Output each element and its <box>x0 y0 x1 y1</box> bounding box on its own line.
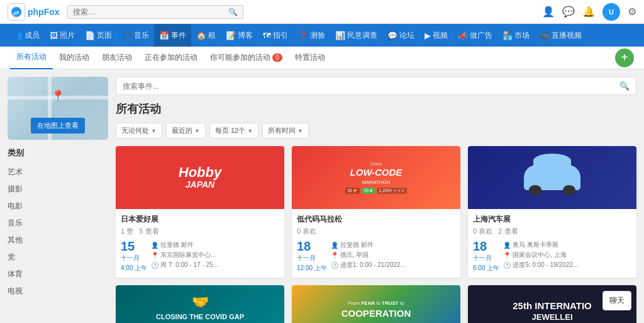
section-title: 所有活动 <box>116 101 636 116</box>
event-card-hobby: HobbyJAPAN 日本爱好展 1 赞 5 查看 15 十一月 4:00 上午 <box>116 146 284 278</box>
event-detail: 👤拉斐德 邮件 📍德庄, 举国 🕐进度1: 0:00 - 21/2022... <box>331 240 406 270</box>
event-info-hobby: 日本爱好展 1 赞 5 查看 15 十一月 4:00 上午 👤拉斐德 邮件 <box>116 209 284 278</box>
search-icon: 🔍 <box>228 8 238 16</box>
suggested-badge: 0 <box>272 54 282 62</box>
cat-photo[interactable]: 摄影 <box>8 181 108 198</box>
event-date-time: 6:00 上午 <box>473 264 499 273</box>
sub-nav: 所有活动 我的活动 朋友活动 正在参加的活动 你可能参加的活动 0 特置活动 + <box>0 47 644 69</box>
nav-advertise[interactable]: 📣做广告 <box>453 24 497 47</box>
event-date-month: 十一月 <box>121 254 147 263</box>
sidebar: 📍 在地图上查看 类别 艺术 摄影 电影 音乐 其他 党 体育 电视 <box>8 77 108 323</box>
event-date-num: 18 <box>297 240 327 252</box>
nav-pages[interactable]: 📄页面 <box>80 24 117 47</box>
nav-quiz[interactable]: ❓测验 <box>293 24 330 47</box>
user-icon[interactable]: 👤 <box>542 6 555 18</box>
subnav-joined-events[interactable]: 正在参加的活动 <box>138 47 204 69</box>
cat-film[interactable]: 电影 <box>8 198 108 215</box>
event-stats: 1 赞 5 查看 <box>121 227 279 236</box>
filter-bar: 无论何处 ▼ 最近的 ▼ 每页 12个 ▼ 所有时间 ▼ <box>116 123 636 139</box>
event-card-covid: 🤝 CLOSING THE COVID GAP Supporting Menta… <box>116 285 284 323</box>
event-date-time: 12:00 上午 <box>297 264 327 273</box>
map-pin: 📍 <box>51 89 65 103</box>
hobby-title-text: HobbyJAPAN <box>179 165 221 190</box>
nav-members[interactable]: 👥成员 <box>8 24 45 47</box>
filter-sort[interactable]: 最近的 ▼ <box>166 123 206 139</box>
subnav-all-events[interactable]: 所有活动 <box>10 47 53 69</box>
car-shape <box>524 165 580 190</box>
subnav-suggested-events[interactable]: 你可能参加的活动 0 <box>204 47 289 69</box>
top-search-bar[interactable]: 🔍 <box>67 5 243 19</box>
event-date-month: 十一月 <box>297 254 327 263</box>
subnav-friend-events[interactable]: 朋友活动 <box>96 47 138 69</box>
event-date-row: 18 十一月 6:00 上午 👤奥马 奥斯卡蒂斯 📍国家会议中心, 上海 🕐进度… <box>473 240 631 273</box>
chevron-down-icon: ▼ <box>297 128 303 134</box>
map-view-button[interactable]: 在地图上查看 <box>31 118 85 133</box>
event-thumb-auto <box>468 146 636 209</box>
cat-sports[interactable]: 体育 <box>8 266 108 283</box>
map-box: 📍 在地图上查看 <box>8 77 108 140</box>
add-event-button[interactable]: + <box>615 48 634 67</box>
nav-photos[interactable]: 🖼照片 <box>45 24 80 47</box>
nav-events[interactable]: 📅事件 <box>154 24 191 47</box>
subnav-featured[interactable]: 特置活动 <box>289 47 331 69</box>
top-bar: pF phpFox 🔍 👤 💬 🔔 U ⚙ <box>0 0 644 24</box>
nav-live[interactable]: 📹直播视频 <box>535 24 587 47</box>
event-title[interactable]: 日本爱好展 <box>121 214 279 225</box>
bell-icon[interactable]: 🔔 <box>582 6 595 18</box>
event-detail: 👤拉斐德 邮件 📍东京国际展览中心... 🕐周 7: 0:00 - 17 - 2… <box>151 240 218 270</box>
cat-tv[interactable]: 电视 <box>8 283 108 300</box>
event-search-bar[interactable]: 🔍 <box>116 77 636 95</box>
nav-poll[interactable]: 📊民意调查 <box>330 24 382 47</box>
logo-text: phpFox <box>28 7 60 17</box>
event-detail: 👤奥马 奥斯卡蒂斯 📍国家会议中心, 上海 🕐进度5: 0:00 - 19/20… <box>503 240 578 270</box>
nav-forum[interactable]: 💬论坛 <box>382 24 419 47</box>
cat-party[interactable]: 党 <box>8 249 108 266</box>
main-nav: 👥成员 🖼照片 📄页面 🎵音乐 📅事件 🏠租 📝博客 🗺指引 ❓测验 📊民意调查… <box>0 24 644 47</box>
event-title[interactable]: 低代码马拉松 <box>297 214 455 225</box>
event-date-time: 4:00 上午 <box>121 264 147 273</box>
event-thumb-lowcode: Orelo LOW-CODE MARATHON 16⚡ 50★ 1,200+ ✓… <box>292 146 460 209</box>
settings-icon[interactable]: ⚙ <box>628 6 636 18</box>
main-content: 🔍 所有活动 无论何处 ▼ 最近的 ▼ 每页 12个 ▼ 所有时间 ▼ <box>116 77 636 323</box>
subnav-my-events[interactable]: 我的活动 <box>53 47 96 69</box>
event-date-row: 18 十一月 12:00 上午 👤拉斐德 邮件 📍德庄, 举国 🕐进度1: 0:… <box>297 240 455 273</box>
chat-button[interactable]: 聊天 <box>602 291 631 310</box>
filter-location[interactable]: 无论何处 ▼ <box>116 123 162 139</box>
event-info-auto: 上海汽车展 0 喜欢 2 查看 18 十一月 6:00 上午 👤奥马 奥斯卡蒂斯 <box>468 209 636 278</box>
logo-icon: pF <box>8 3 25 21</box>
event-date-month: 十一月 <box>473 254 499 263</box>
nav-blog[interactable]: 📝博客 <box>221 24 258 47</box>
category-title: 类别 <box>8 147 108 159</box>
nav-music[interactable]: 🎵音乐 <box>117 24 154 47</box>
event-card-cooperation: From FEAR to TRUST to COOPERATION 6™ INT… <box>292 285 460 323</box>
top-search-input[interactable] <box>73 8 228 16</box>
nav-guide[interactable]: 🗺指引 <box>258 24 293 47</box>
event-date-num: 15 <box>121 240 147 252</box>
content-area: 📍 在地图上查看 类别 艺术 摄影 电影 音乐 其他 党 体育 电视 🔍 所有活… <box>0 69 644 323</box>
cat-arts[interactable]: 艺术 <box>8 164 108 181</box>
nav-rent[interactable]: 🏠租 <box>191 24 221 47</box>
nav-market[interactable]: 🏪市场 <box>497 24 535 47</box>
event-info-lowcode: 低代码马拉松 0 喜欢 18 十一月 12:00 上午 👤拉斐德 邮件 📍德庄,… <box>292 209 460 278</box>
avatar[interactable]: U <box>602 3 620 21</box>
event-title[interactable]: 上海汽车展 <box>473 214 631 225</box>
event-date-row: 15 十一月 4:00 上午 👤拉斐德 邮件 📍东京国际展览中心... 🕐周 7… <box>121 240 279 273</box>
event-stats: 0 喜欢 <box>297 227 455 236</box>
top-bar-right: 👤 💬 🔔 U ⚙ <box>542 3 636 21</box>
cat-music[interactable]: 音乐 <box>8 215 108 232</box>
event-stats: 0 喜欢 2 查看 <box>473 227 631 236</box>
nav-video[interactable]: ▶视频 <box>419 24 453 47</box>
event-thumb-covid: 🤝 CLOSING THE COVID GAP Supporting Menta… <box>116 285 284 323</box>
event-card-lowcode: Orelo LOW-CODE MARATHON 16⚡ 50★ 1,200+ ✓… <box>292 146 460 278</box>
cat-other[interactable]: 其他 <box>8 232 108 249</box>
chevron-down-icon: ▼ <box>151 128 157 134</box>
message-icon[interactable]: 💬 <box>562 6 575 18</box>
filter-time[interactable]: 所有时间 ▼ <box>262 123 309 139</box>
event-search-input[interactable] <box>123 82 619 91</box>
event-search-icon: 🔍 <box>619 81 630 91</box>
category-list: 艺术 摄影 电影 音乐 其他 党 体育 电视 <box>8 164 108 300</box>
event-thumb-hobby: HobbyJAPAN <box>116 146 284 209</box>
svg-text:pF: pF <box>13 10 19 16</box>
filter-perpage[interactable]: 每页 12个 ▼ <box>209 123 258 139</box>
chevron-down-icon: ▼ <box>194 128 200 134</box>
